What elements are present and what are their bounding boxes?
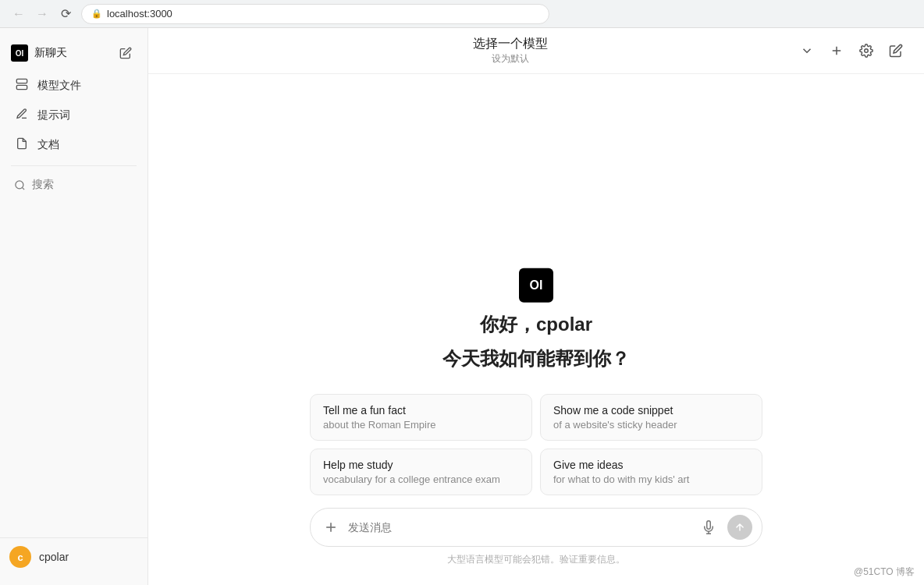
sidebar-brand: OI 新聊天 xyxy=(11,44,67,62)
input-area: 大型语言模型可能会犯错。验证重要信息。 xyxy=(310,508,762,569)
suggestion-title-3: Give me ideas xyxy=(553,459,749,471)
models-icon xyxy=(14,78,30,94)
branding-text: @51CTO 博客 xyxy=(854,566,915,577)
welcome-title: 你好，cpolar xyxy=(480,311,592,336)
welcome-section: OI 你好，cpolar 今天我如何能帮到你？ xyxy=(442,268,630,370)
sidebar-footer: c cpolar xyxy=(0,537,147,576)
svg-point-2 xyxy=(16,180,23,188)
sidebar-item-label-models: 模型文件 xyxy=(37,79,81,93)
model-selector[interactable]: 选择一个模型 设为默认 xyxy=(473,36,548,66)
lock-icon: 🔒 xyxy=(91,9,102,19)
browser-nav: ← → ⟳ xyxy=(9,5,75,23)
brand-name: 新聊天 xyxy=(34,46,67,60)
suggestion-subtitle-2: vocabulary for a college entrance exam xyxy=(323,473,519,485)
message-input[interactable] xyxy=(348,521,690,534)
top-bar-actions xyxy=(794,38,908,63)
user-name: cpolar xyxy=(39,551,69,563)
url-text: localhost:3000 xyxy=(107,8,172,20)
welcome-logo: OI xyxy=(519,268,553,302)
attach-button[interactable] xyxy=(320,516,342,538)
svg-point-6 xyxy=(865,49,869,53)
avatar: c xyxy=(9,546,31,568)
brand-logo-text: OI xyxy=(16,49,24,58)
svg-line-3 xyxy=(22,187,24,190)
settings-button[interactable] xyxy=(854,38,879,63)
main-content: 选择一个模型 设为默认 xyxy=(148,28,924,585)
mic-button[interactable] xyxy=(696,515,721,540)
new-chat-button[interactable] xyxy=(115,42,137,64)
input-container xyxy=(310,508,762,547)
send-button[interactable] xyxy=(727,515,752,540)
suggestion-card-0[interactable]: Tell me a fun fact about the Roman Empir… xyxy=(310,394,532,441)
welcome-subtitle: 今天我如何能帮到你？ xyxy=(442,346,630,370)
docs-icon xyxy=(14,137,30,153)
suggestion-subtitle-0: about the Roman Empire xyxy=(323,419,519,431)
chat-area: OI 你好，cpolar 今天我如何能帮到你？ Tell me a fun fa… xyxy=(148,74,924,585)
sidebar-item-docs[interactable]: 文档 xyxy=(6,131,141,159)
reload-button[interactable]: ⟳ xyxy=(56,5,75,23)
model-default-label: 设为默认 xyxy=(492,52,529,66)
suggestion-card-1[interactable]: Show me a code snippet of a website's st… xyxy=(540,394,762,441)
svg-rect-0 xyxy=(16,79,27,83)
search-icon xyxy=(14,179,26,191)
sidebar-item-prompts[interactable]: 提示词 xyxy=(6,101,141,129)
forward-button[interactable]: → xyxy=(33,5,52,23)
prompts-icon xyxy=(14,108,30,123)
suggestion-title-1: Show me a code snippet xyxy=(553,404,749,417)
browser-chrome: ← → ⟳ 🔒 localhost:3000 xyxy=(0,0,924,28)
input-footer: 大型语言模型可能会犯错。验证重要信息。 xyxy=(310,553,762,566)
sidebar: OI 新聊天 模型文件 xyxy=(0,28,148,585)
suggestion-title-0: Tell me a fun fact xyxy=(323,404,519,417)
suggestion-card-2[interactable]: Help me study vocabulary for a college e… xyxy=(310,448,532,495)
suggestions-grid: Tell me a fun fact about the Roman Empir… xyxy=(310,394,762,495)
sidebar-item-label-prompts: 提示词 xyxy=(37,108,70,122)
suggestion-subtitle-1: of a website's sticky header xyxy=(553,419,749,431)
suggestion-card-3[interactable]: Give me ideas for what to do with my kid… xyxy=(540,448,762,495)
sidebar-header: OI 新聊天 xyxy=(0,37,147,72)
suggestion-subtitle-3: for what to do with my kids' art xyxy=(553,473,749,485)
sidebar-item-label-docs: 文档 xyxy=(37,138,59,152)
input-footer-text: 大型语言模型可能会犯错。验证重要信息。 xyxy=(447,554,625,565)
chevron-down-button[interactable] xyxy=(794,38,819,63)
top-bar: 选择一个模型 设为默认 xyxy=(148,28,924,74)
sidebar-search[interactable]: 搜索 xyxy=(6,172,141,197)
avatar-initial: c xyxy=(17,551,23,563)
back-button[interactable]: ← xyxy=(9,5,28,23)
add-button[interactable] xyxy=(824,38,849,63)
app-container: OI 新聊天 模型文件 xyxy=(0,28,924,585)
search-label: 搜索 xyxy=(32,178,54,192)
url-bar[interactable]: 🔒 localhost:3000 xyxy=(81,4,549,24)
sidebar-divider xyxy=(11,165,137,166)
sidebar-item-models[interactable]: 模型文件 xyxy=(6,72,141,100)
model-name: 选择一个模型 xyxy=(473,36,548,52)
welcome-logo-text: OI xyxy=(530,278,543,292)
edit-button[interactable] xyxy=(883,38,908,63)
brand-logo: OI xyxy=(11,44,28,62)
sidebar-nav: 模型文件 提示词 文档 xyxy=(0,72,147,159)
svg-rect-1 xyxy=(16,85,27,89)
suggestion-title-2: Help me study xyxy=(323,459,519,471)
bottom-branding: @51CTO 博客 xyxy=(854,566,915,579)
